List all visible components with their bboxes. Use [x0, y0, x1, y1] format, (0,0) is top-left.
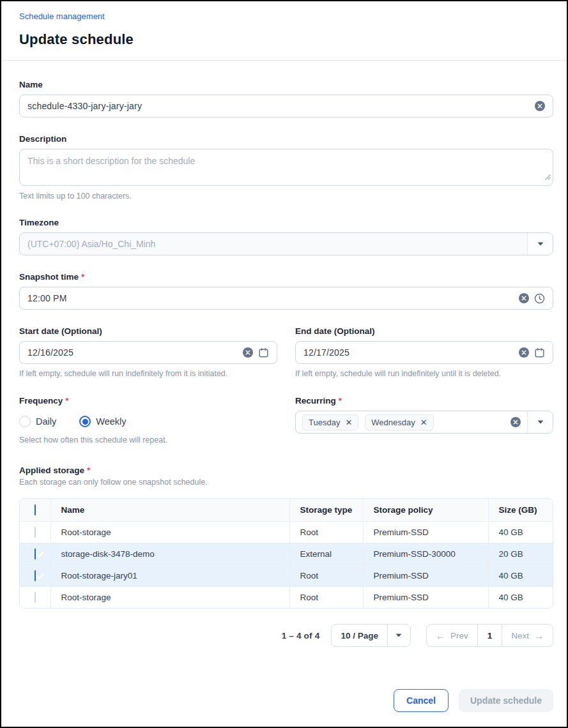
footer-actions: Cancel Update schedule	[1, 689, 567, 727]
page-size-select[interactable]: 10 / Page	[331, 624, 411, 647]
cell-storage-policy: Premium-SSD-30000	[363, 543, 488, 565]
cell-storage-type: Root	[289, 522, 363, 543]
frequency-radio-group: Daily Weekly	[19, 414, 277, 428]
prev-page-button[interactable]: ← Prev	[427, 625, 477, 646]
row-checkbox[interactable]	[35, 549, 36, 559]
tag-wednesday: Wednesday ✕	[365, 414, 433, 430]
select-all-checkbox[interactable]	[35, 504, 36, 515]
pagination-range: 1 – 4 of 4	[282, 631, 320, 641]
chevron-down-icon	[395, 633, 402, 637]
dates-row: Start date (Optional) If left empty, sch…	[19, 326, 553, 378]
name-field-group: Name	[19, 80, 553, 118]
clear-icon[interactable]	[519, 293, 529, 303]
update-schedule-button[interactable]: Update schedule	[459, 689, 553, 712]
col-header-storage-type: Storage type	[289, 499, 363, 522]
start-date-helper: If left empty, schedule will run indefin…	[19, 369, 277, 378]
end-date-helper: If left empty, schedule will run indefin…	[295, 369, 553, 378]
applied-storage-helper: Each storage can only follow one snapsho…	[19, 478, 553, 487]
clear-icon[interactable]	[510, 417, 521, 427]
form-body: Name Description Text limits up to 100 c…	[1, 61, 567, 689]
current-page-button[interactable]: 1	[477, 625, 503, 646]
clear-icon[interactable]	[519, 347, 529, 358]
table-row[interactable]: Root-storage Root Premium-SSD 40 GB	[20, 522, 553, 543]
timezone-dropdown-button[interactable]	[527, 233, 553, 255]
cell-storage-type: Root	[289, 587, 363, 609]
applied-storage-label-text: Applied storage	[19, 466, 84, 475]
required-asterisk: *	[339, 396, 342, 406]
snapshot-time-input[interactable]	[27, 293, 514, 303]
snapshot-time-label: Snapshot time *	[19, 272, 553, 282]
description-label: Description	[19, 134, 553, 144]
start-date-label: Start date (Optional)	[19, 326, 277, 336]
calendar-icon[interactable]	[258, 347, 269, 358]
recurring-field-group: Recurring * Tuesday ✕ Wednesday ✕	[295, 396, 553, 444]
recurring-label: Recurring *	[295, 396, 553, 406]
recurring-multiselect[interactable]: Tuesday ✕ Wednesday ✕	[295, 411, 553, 434]
radio-option-weekly[interactable]: Weekly	[79, 416, 126, 427]
next-label: Next	[511, 631, 529, 641]
clear-icon[interactable]	[535, 101, 545, 111]
description-field-group: Description Text limits up to 100 charac…	[19, 134, 553, 201]
cell-storage-policy: Premium-SSD	[363, 587, 488, 609]
frequency-field-group: Frequency * Daily Weekly Select how ofte…	[19, 396, 277, 444]
table-row[interactable]: storage-disk-3478-demo External Premium-…	[20, 543, 553, 565]
cell-name: Root-storage	[50, 522, 289, 543]
clock-icon[interactable]	[534, 293, 545, 304]
cell-storage-policy: Premium-SSD	[363, 522, 488, 543]
name-input-box	[19, 95, 553, 118]
end-date-field-group: End date (Optional) If left empty, sched…	[295, 326, 553, 378]
frequency-label: Frequency *	[19, 396, 277, 406]
tag-tuesday: Tuesday ✕	[302, 414, 358, 430]
applied-storage-label: Applied storage *	[19, 466, 553, 475]
next-page-button[interactable]: Next →	[502, 625, 553, 646]
cell-storage-type: Root	[289, 565, 363, 587]
timezone-field-group: Timezone (UTC+07:00) Asia/Ho_Chi_Minh	[19, 218, 553, 255]
recurring-dropdown-button[interactable]	[527, 411, 553, 433]
resize-handle-icon[interactable]	[545, 171, 551, 183]
cell-size: 40 GB	[488, 587, 553, 609]
clear-icon[interactable]	[243, 347, 253, 358]
tag-tuesday-label: Tuesday	[309, 418, 340, 427]
page-size-value: 10 / Page	[332, 625, 387, 646]
frequency-label-text: Frequency	[19, 396, 63, 406]
col-header-size: Size (GB)	[488, 499, 553, 522]
description-textarea[interactable]	[19, 149, 553, 186]
timezone-select: (UTC+07:00) Asia/Ho_Chi_Minh	[19, 232, 553, 255]
pagination-bar: 1 – 4 of 4 10 / Page ← Prev 1 Next →	[19, 624, 553, 647]
table-row[interactable]: Root-storage-jary01 Root Premium-SSD 40 …	[20, 565, 553, 587]
tag-wednesday-label: Wednesday	[371, 418, 415, 427]
name-input[interactable]	[27, 101, 530, 111]
frequency-recurring-row: Frequency * Daily Weekly Select how ofte…	[19, 396, 553, 444]
cancel-button[interactable]: Cancel	[394, 689, 449, 712]
end-date-input[interactable]	[303, 347, 514, 358]
tag-remove-icon[interactable]: ✕	[420, 418, 427, 427]
table-header-row: Name Storage type Storage policy Size (G…	[20, 499, 553, 522]
snapshot-time-input-box	[19, 287, 553, 310]
storage-table: Name Storage type Storage policy Size (G…	[19, 498, 553, 609]
snapshot-time-label-text: Snapshot time	[19, 272, 79, 282]
calendar-icon[interactable]	[534, 347, 545, 358]
table-row[interactable]: Root-storage Root Premium-SSD 40 GB	[20, 587, 553, 609]
page-header: Schedule management Update schedule	[1, 1, 567, 61]
snapshot-time-field-group: Snapshot time *	[19, 272, 553, 310]
chevron-down-icon	[537, 242, 544, 246]
radio-weekly-label: Weekly	[96, 416, 126, 427]
radio-option-daily[interactable]: Daily	[19, 416, 56, 427]
radio-daily-icon[interactable]	[19, 416, 31, 427]
tag-remove-icon[interactable]: ✕	[345, 418, 352, 427]
cell-name: Root-storage	[50, 587, 289, 609]
row-checkbox[interactable]	[35, 592, 36, 603]
chevron-down-icon	[537, 420, 544, 424]
cell-size: 40 GB	[488, 522, 553, 543]
row-checkbox[interactable]	[35, 570, 36, 581]
breadcrumb-schedule-management[interactable]: Schedule management	[19, 11, 105, 21]
update-schedule-page: Schedule management Update schedule Name…	[0, 0, 568, 728]
radio-weekly-icon[interactable]	[79, 416, 91, 427]
row-checkbox[interactable]	[35, 527, 36, 538]
timezone-value: (UTC+07:00) Asia/Ho_Chi_Minh	[20, 233, 527, 255]
page-size-dropdown-button[interactable]	[387, 625, 410, 646]
description-textarea-wrap	[19, 149, 553, 186]
cell-name: storage-disk-3478-demo	[50, 543, 289, 565]
start-date-input[interactable]	[27, 347, 238, 358]
timezone-label: Timezone	[19, 218, 553, 227]
